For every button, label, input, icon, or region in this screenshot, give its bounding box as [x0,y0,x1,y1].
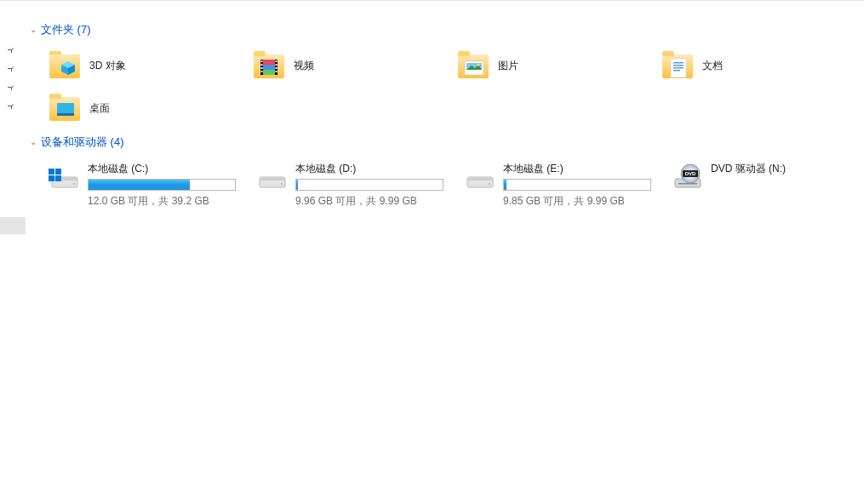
drive-usage-bar [295,179,443,191]
drive-info: 本地磁盘 (D:) 9.96 GB 可用，共 9.99 GB [295,162,457,209]
drives-grid: 本地磁盘 (C:) 12.0 GB 可用，共 39.2 GB 本地磁盘 (D:) [47,158,864,212]
folder-3d-objects[interactable]: 3D 对象 [47,46,251,85]
svg-rect-10 [263,70,275,75]
pin-icon [0,41,26,60]
drive-name: 本地磁盘 (E:) [503,162,651,176]
drive-stats: 12.0 GB 可用，共 39.2 GB [88,194,236,209]
folder-label: 3D 对象 [89,59,126,73]
group-title-folders: 文件夹 (7) [41,22,91,37]
folder-label: 桌面 [89,101,110,116]
svg-rect-47 [260,177,285,180]
chevron-down-icon: ⌄ [30,25,37,34]
drive-icon [464,162,496,194]
svg-rect-20 [458,51,470,56]
svg-rect-28 [673,65,684,66]
folder-videos[interactable]: 视频 [251,46,455,85]
drive-name: 本地磁盘 (D:) [295,162,443,176]
nav-divider [0,217,26,234]
drive-d[interactable]: 本地磁盘 (D:) 9.96 GB 可用，共 9.99 GB [255,158,459,212]
svg-rect-50 [467,177,493,180]
folder-desktop[interactable]: 桌面 [47,89,251,128]
folder-documents[interactable]: 文档 [660,46,864,85]
pictures-icon [457,49,489,82]
drive-name: DVD 驱动器 (N:) [711,162,859,176]
pin-icon [0,60,26,78]
drive-usage-bar [503,179,651,191]
svg-text:DVD: DVD [685,171,696,176]
svg-rect-11 [261,60,263,62]
videos-icon [253,49,285,82]
svg-rect-30 [673,70,680,72]
pin-icon [0,97,26,116]
svg-rect-45 [55,175,61,181]
drive-usage-fill [296,180,298,190]
group-title-drives: 设备和驱动器 (4) [41,135,124,150]
svg-point-48 [281,183,283,185]
svg-rect-34 [57,113,74,116]
drive-info: 本地磁盘 (E:) 9.85 GB 可用，共 9.99 GB [503,162,665,209]
group-header-folders[interactable]: ⌄ 文件夹 (7) [30,22,864,37]
svg-rect-29 [673,67,684,69]
drive-dvd[interactable]: DVD DVD 驱动器 (N:) [670,158,864,212]
svg-rect-43 [55,169,61,175]
group-header-drives[interactable]: ⌄ 设备和驱动器 (4) [30,135,864,150]
svg-rect-25 [662,51,674,56]
3d-objects-icon [49,49,81,82]
svg-rect-8 [263,60,275,65]
svg-rect-27 [673,62,684,64]
drive-stats: 9.96 GB 可用，共 9.99 GB [295,194,443,209]
desktop-icon [49,92,81,124]
folder-label: 图片 [498,59,518,73]
svg-rect-12 [261,64,263,66]
pin-icon [0,78,26,97]
svg-point-37 [73,183,75,185]
drive-c[interactable]: 本地磁盘 (C:) 12.0 GB 可用，共 39.2 GB [47,158,251,212]
dvd-drive-icon: DVD [672,162,704,194]
svg-rect-13 [261,67,263,69]
svg-rect-32 [49,94,61,99]
content-area: ⌄ 文件夹 (7) 3D 对象 [30,17,864,212]
drive-info: 本地磁盘 (C:) 12.0 GB 可用，共 39.2 GB [88,162,249,209]
drive-usage-bar [88,179,236,191]
svg-point-23 [478,64,480,66]
svg-rect-16 [276,64,278,66]
folder-label: 文档 [702,59,723,73]
folder-label: 视频 [294,59,314,73]
folder-pictures[interactable]: 图片 [455,46,660,85]
drive-e[interactable]: 本地磁盘 (E:) 9.85 GB 可用，共 9.99 GB [462,158,667,212]
svg-rect-14 [261,71,263,72]
drive-os-icon [49,162,81,194]
folders-grid: 3D 对象 视频 [47,46,864,128]
drive-icon [256,162,289,194]
svg-rect-53 [678,183,697,185]
drive-stats: 9.85 GB 可用，共 9.99 GB [503,194,651,209]
drive-usage-fill [89,180,190,190]
svg-rect-44 [49,175,54,181]
svg-rect-33 [57,103,74,115]
drive-usage-fill [504,180,506,190]
drive-info: DVD 驱动器 (N:) [711,162,864,209]
documents-icon [661,49,694,82]
drive-name: 本地磁盘 (C:) [88,162,236,176]
chevron-down-icon: ⌄ [30,137,37,146]
svg-rect-15 [276,60,278,62]
svg-rect-42 [49,169,54,175]
nav-stub [0,41,26,116]
svg-rect-18 [276,71,278,72]
svg-rect-9 [263,65,275,70]
svg-point-51 [489,183,490,185]
svg-rect-4 [254,51,266,56]
svg-rect-17 [276,67,278,69]
